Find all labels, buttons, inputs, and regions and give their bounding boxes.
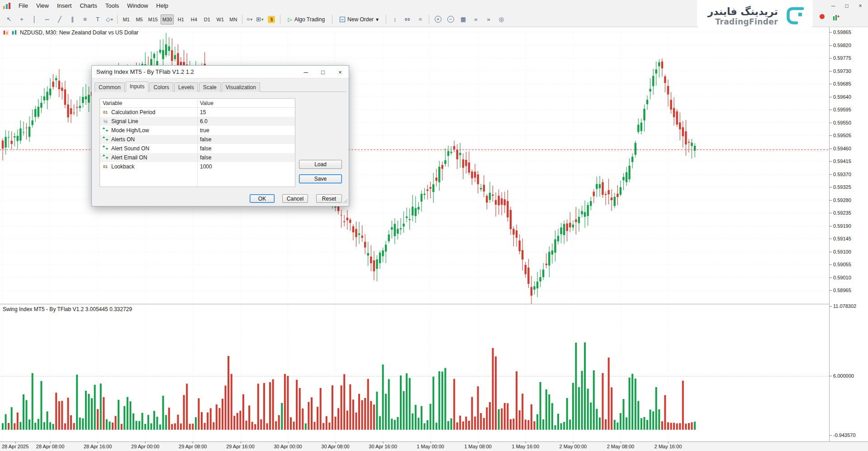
menu-insert[interactable]: Insert [53,0,76,12]
dialog-maximize-button[interactable]: □ [314,66,332,78]
market-dollar-icon[interactable]: $ [266,14,277,25]
line-chart-mode-icon[interactable]: ≈ [414,14,426,25]
tab-levels[interactable]: Levels [174,82,198,92]
param-value[interactable]: 15 [197,108,295,117]
price-tick: 0.59100 [833,249,851,254]
param-value[interactable]: false [197,153,295,162]
load-button[interactable]: Load [299,160,342,169]
tab-common[interactable]: Common [95,82,125,92]
cancel-button[interactable]: Cancel [282,194,308,203]
text-tool-icon[interactable]: T [92,14,104,25]
shift-right-icon[interactable]: » [483,14,494,25]
algo-trading-label: Algo Trading [294,16,325,23]
vertical-line-tool-icon[interactable]: │ [28,14,40,25]
shapes-tool-icon[interactable]: ◇▾ [104,14,114,25]
param-name: Alert Email ON [111,153,147,162]
time-tick: 28 Apr 16:00 [84,444,112,449]
timeframe-m5[interactable]: M5 [133,14,146,24]
price-scale[interactable]: 0.598650.598200.597750.597300.596850.596… [829,27,868,441]
algo-trading-button[interactable]: ▷ Algo Trading [284,14,329,25]
window-maximize-button[interactable]: □ [840,0,854,12]
window-minimize-button[interactable]: ─ [826,0,840,12]
price-tick: 0.59820 [833,43,851,48]
param-name: Calculation Period [111,108,155,117]
shift-left-icon[interactable]: « [470,14,482,25]
time-tick: 28 Apr 08:00 [36,444,64,449]
price-tick: 0.59640 [833,94,851,100]
menu-window[interactable]: Window [123,0,152,12]
tab-scale[interactable]: Scale [199,82,221,92]
trendline-tool-icon[interactable]: ╱ [54,14,66,25]
dialog-minimize-button[interactable]: ─ [297,66,314,78]
param-value[interactable]: false [197,135,295,144]
param-value[interactable]: true [197,126,295,135]
bool-param-icon [102,144,109,153]
timeframe-d1[interactable]: D1 [201,14,213,24]
zoom-out-icon[interactable]: − [445,14,456,25]
price-tick: 0.59730 [833,68,851,74]
timeframe-m30[interactable]: M30 [161,14,174,24]
chevron-down-icon: ▾ [111,17,113,22]
tab-colors[interactable]: Colors [149,82,173,92]
menu-view[interactable]: View [32,0,53,12]
tab-inputs[interactable]: Inputs [126,82,149,92]
time-scale[interactable]: 28 Apr 202528 Apr 08:0028 Apr 16:0029 Ap… [0,441,868,451]
chart-target-icon[interactable]: ◎ [495,14,507,25]
menu-file[interactable]: File [14,0,32,12]
market-watch-icon[interactable] [833,14,840,22]
bar-chart-mode-icon[interactable]: 00 [402,14,413,25]
new-order-button[interactable]: New Order ▾ [336,14,383,25]
inputs-table: Variable Value 01Calculation Period15½Si… [100,98,295,187]
param-value[interactable]: 1000 [197,162,295,171]
new-order-label: New Order [347,16,374,23]
minus-icon: − [447,16,454,23]
chart-symbol-label: NZDUSD, M30: New Zealand Dollar vs US Do… [3,29,138,36]
updown-arrows-icon[interactable]: ↕ [389,14,401,25]
objects-icon[interactable]: ⊞▾ [255,14,265,25]
cursor-tool-icon[interactable]: ↖ [3,14,15,25]
menu-help[interactable]: Help [152,0,172,12]
chart-icon-red [3,30,9,35]
param-value[interactable]: false [197,144,295,153]
time-tick: 1 May 00:00 [417,444,444,449]
menu-tools[interactable]: Tools [101,0,123,12]
zoom-in-icon[interactable]: + [432,14,444,25]
reset-button[interactable]: Reset [316,194,342,203]
timeframe-w1[interactable]: W1 [214,14,226,24]
grid-icon[interactable]: ▦ [457,14,469,25]
indicator-panel[interactable]: Swing Index MT5 - By TFlab V1.2 3.005445… [0,304,829,441]
time-tick: 2 May 16:00 [655,444,682,449]
tab-visualization[interactable]: Visualization [222,82,260,92]
timeframe-m1[interactable]: M1 [120,14,133,24]
fibonacci-tool-icon[interactable]: ≡ [79,14,91,25]
int-param-icon: 01 [102,162,109,171]
price-tick: 0.59145 [833,236,851,241]
time-tick: 29 Apr 08:00 [179,444,207,449]
save-button[interactable]: Save [299,174,342,183]
param-value[interactable]: 6.0 [197,117,295,126]
price-tick: 0.59685 [833,81,851,86]
dialog-close-button[interactable]: × [332,66,349,78]
timeframe-h1[interactable]: H1 [175,14,187,24]
indicators-icon[interactable]: ≈▾ [245,14,254,25]
channel-tool-icon[interactable]: ∥ [66,14,78,25]
menu-charts[interactable]: Charts [76,0,101,12]
timeframe-m15[interactable]: M15 [147,14,160,24]
timeframe-mn[interactable]: MN [227,14,239,24]
notification-icon[interactable] [820,14,825,19]
time-tick: 1 May 16:00 [512,444,540,449]
horizontal-line-tool-icon[interactable]: ─ [41,14,53,25]
timeframe-h4[interactable]: H4 [188,14,200,24]
crosshair-tool-icon[interactable]: + [16,14,28,25]
chart-icon-blue [11,30,18,35]
param-name: Mode High/Low [111,126,149,135]
ok-button[interactable]: OK [250,194,275,203]
resize-grip-icon[interactable] [343,199,348,205]
price-tick: 0.59325 [833,184,851,190]
brand-text: تریدینگ فایندر TradingFinder [707,6,778,26]
window-close-button[interactable]: × [854,0,867,12]
price-tick: 0.59505 [833,133,851,138]
price-tick: 0.59190 [833,223,851,229]
toolbar-separator [332,15,332,24]
price-tick: 0.59865 [833,29,851,35]
